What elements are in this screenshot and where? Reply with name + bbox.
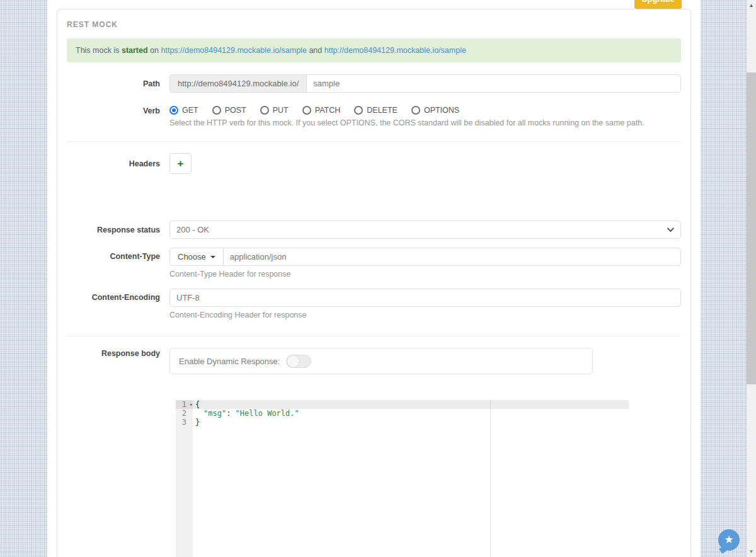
content-type-help: Content-Type Header for response [169, 270, 681, 278]
code-line-3: } [193, 418, 629, 427]
headers-label: Headers [67, 159, 160, 168]
gutter-line-3: 3 [176, 418, 193, 427]
code-line-1: { [193, 400, 629, 409]
response-body-editor[interactable]: 1 ▾ 2 3 { "msg": "Hello World." } [176, 400, 629, 557]
panel-title: REST MOCK [67, 9, 681, 29]
rest-mock-panel: REST MOCK This mock is started on https:… [57, 9, 691, 557]
verb-radio-post[interactable]: POST [212, 106, 246, 115]
toggle-knob [287, 355, 300, 368]
dynamic-response-toggle[interactable] [286, 355, 311, 368]
response-status-label: Response status [67, 226, 160, 234]
path-label: Path [67, 79, 160, 88]
banner-text-prefix: This mock is [76, 46, 119, 55]
radio-icon-options[interactable] [411, 106, 420, 115]
gutter-line-2: 2 [176, 409, 193, 418]
banner-conn2: and [309, 46, 322, 55]
content-type-input[interactable] [223, 248, 681, 266]
dynamic-response-box: Enable Dynamic Response: [169, 348, 593, 374]
mock-http-link[interactable]: http://demo8494129.mockable.io/sample [324, 46, 466, 55]
radio-icon-put[interactable] [260, 106, 269, 115]
section-divider [67, 141, 681, 142]
radio-icon-get[interactable] [169, 106, 178, 115]
verb-radio-options[interactable]: OPTIONS [411, 106, 459, 115]
radio-icon-post[interactable] [212, 106, 221, 115]
verb-label: Verb [67, 105, 160, 115]
verb-radio-get[interactable]: GET [169, 106, 198, 115]
content-type-label: Content-Type [67, 248, 160, 261]
response-status-select[interactable]: 200 - OK [169, 221, 681, 239]
headers-empty-space [67, 174, 681, 209]
verb-options: GET POST PUT PATCH [169, 105, 681, 127]
mock-status-banner: This mock is started on https://demo8494… [67, 38, 681, 62]
content-type-choose-button[interactable]: Choose [169, 248, 223, 266]
response-status-value: 200 - OK [169, 221, 681, 239]
section-divider [67, 336, 681, 336]
radio-icon-delete[interactable] [354, 106, 363, 115]
content-encoding-help: Content-Encoding Header for response [169, 311, 681, 319]
verb-radio-put[interactable]: PUT [260, 106, 289, 115]
banner-conn1: on [150, 46, 159, 55]
code-line-2: "msg": "Hello World." [193, 409, 629, 418]
path-input-group: http://demo8494129.mockable.io/ [169, 74, 681, 93]
editor-code[interactable]: { "msg": "Hello World." } [193, 400, 629, 427]
plus-icon: + [178, 158, 184, 169]
verb-radio-patch[interactable]: PATCH [302, 106, 341, 115]
response-body-label: Response body [67, 347, 160, 358]
radio-icon-patch[interactable] [302, 106, 311, 115]
scroll-down-arrow-icon[interactable]: ▼ [747, 546, 756, 557]
gutter-line-1[interactable]: 1 ▾ [176, 400, 193, 409]
path-addon: http://demo8494129.mockable.io/ [169, 74, 306, 93]
mock-status-word: started [122, 46, 148, 55]
scroll-up-arrow-icon[interactable]: ▲ [747, 0, 756, 11]
page-scrollbar[interactable]: ▲ ▼ [747, 0, 756, 557]
feedback-widget-button[interactable]: ★ [718, 529, 740, 551]
add-header-button[interactable]: + [169, 153, 192, 174]
editor-gutter: 1 ▾ 2 3 [176, 400, 193, 557]
verb-radio-delete[interactable]: DELETE [354, 106, 398, 115]
verb-help-text: Select the HTTP verb for this mock. If y… [169, 118, 681, 127]
mock-https-link[interactable]: https://demo8494129.mockable.io/sample [161, 46, 307, 55]
path-input[interactable] [306, 74, 681, 93]
star-icon: ★ [724, 534, 733, 546]
caret-down-icon [210, 256, 215, 258]
dynamic-response-label: Enable Dynamic Response: [179, 357, 280, 366]
content-encoding-label: Content-Encoding [67, 289, 160, 302]
scrollbar-thumb[interactable] [747, 72, 756, 384]
upgrade-button[interactable]: Upgrade [634, 0, 682, 9]
content-encoding-input[interactable] [169, 289, 681, 307]
